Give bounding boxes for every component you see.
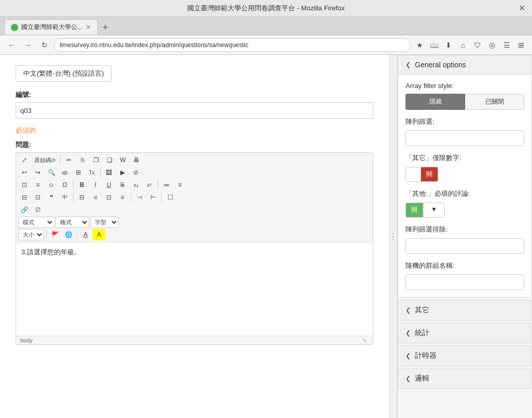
cke-flash-btn[interactable]: ▶ <box>116 167 129 178</box>
cke-bold-btn[interactable]: B <box>76 179 88 191</box>
array-filter-hidden-btn[interactable]: 隱藏 <box>405 94 465 110</box>
other-limit-on-btn[interactable] <box>406 167 421 181</box>
cke-strike-btn[interactable]: S <box>116 179 129 191</box>
cke-blockquote-btn[interactable]: ❝ <box>45 192 58 203</box>
cke-font-color-btn[interactable]: A <box>79 229 92 240</box>
cke-ul-btn[interactable]: ≡ <box>174 179 186 191</box>
random-group-input[interactable] <box>405 275 524 290</box>
general-options-header[interactable]: ❮ General options <box>398 55 532 75</box>
browser-tab-active[interactable]: 國立臺灣師範大學公... ✕ <box>4 19 98 35</box>
cke-align-justify-btn[interactable]: ≡ <box>116 192 129 203</box>
cke-align-right-btn[interactable]: ⊡ <box>103 192 115 203</box>
apps-icon[interactable]: ⊞ <box>514 38 528 52</box>
cke-find-btn[interactable]: 🔍 <box>45 167 58 178</box>
cke-statusbar-text: body <box>20 337 33 343</box>
cke-font-select[interactable]: 字型 <box>90 217 119 228</box>
right-panel: ❮ General options Array filter style: 隱藏… <box>397 55 532 418</box>
cke-maximize-btn[interactable]: ⤢ <box>18 154 31 166</box>
cke-ol-btn[interactable]: ≔ <box>160 179 173 191</box>
cke-select-all-btn[interactable]: ⊞ <box>72 167 85 178</box>
stats-label: 統計 <box>415 328 429 338</box>
cke-hline-btn[interactable]: ≡ <box>32 179 44 191</box>
cke-format-select[interactable]: 格式 <box>55 217 89 228</box>
pocket-icon[interactable]: ◎ <box>485 38 499 52</box>
array-filter-input[interactable] <box>405 131 524 146</box>
tab-close-button[interactable]: ✕ <box>86 23 91 31</box>
reload-button[interactable]: ↻ <box>37 38 52 52</box>
other-required-on-btn[interactable]: 開 <box>406 203 423 217</box>
cke-outdent-btn[interactable]: ⊟ <box>18 192 31 203</box>
random-group-label: 隨機的群組名稱: <box>405 261 524 270</box>
cke-print-btn[interactable]: 🖶 <box>130 154 143 166</box>
cke-paste-btn[interactable]: ❐ <box>90 154 102 166</box>
home-icon[interactable]: ⌂ <box>456 38 470 52</box>
cke-indent-btn[interactable]: ⊡ <box>32 192 44 203</box>
cke-undo-btn[interactable]: ↩ <box>18 167 31 178</box>
menu-icon[interactable]: ☰ <box>500 38 513 52</box>
reader-icon[interactable]: 📖 <box>427 38 441 52</box>
cke-sep3 <box>73 180 74 190</box>
cke-subscript-btn[interactable]: x₂ <box>130 179 142 191</box>
cke-globe-btn[interactable]: 🌐 <box>62 229 75 240</box>
download-icon[interactable]: ⬇ <box>442 38 455 52</box>
cke-italic-btn[interactable]: I <box>89 179 102 191</box>
cke-align-center-btn[interactable]: ≡ <box>89 192 102 203</box>
cke-content[interactable]: 3.請選擇您的年級。 <box>16 242 373 336</box>
cke-replace-btn[interactable]: ab <box>59 167 71 178</box>
cke-size-select[interactable]: 大小 <box>18 229 44 240</box>
cke-paste-word-btn[interactable]: W <box>117 154 129 166</box>
other-required-off-area[interactable]: ▼ <box>423 203 444 217</box>
cke-align-left-btn[interactable]: ⊟ <box>76 192 88 203</box>
stats-chevron: ❮ <box>405 329 411 337</box>
cke-source-btn[interactable]: 原始碼 ⟳ <box>32 154 58 166</box>
cke-paste-text-btn[interactable]: ❑ <box>103 154 116 166</box>
cke-image-btn[interactable]: 🖼 <box>103 167 115 178</box>
cke-underline-btn[interactable]: U <box>103 179 115 191</box>
bookmark-icon[interactable]: ★ <box>413 38 426 52</box>
browser-title: 國立臺灣師範大學公用問卷調查平台 - Mozilla Firefox <box>187 4 344 13</box>
other-limit-off-btn[interactable]: 關 <box>421 167 438 181</box>
cke-toolbar-row4: ⊟ ⊡ ❝ 中 ⊟ ≡ ⊡ ≡ ⊣ ⊢ <box>18 192 371 203</box>
cke-source-icon: ⟳ <box>51 157 55 163</box>
other-required-toggle: 開 ▼ <box>405 203 524 218</box>
cke-creatediv-btn[interactable]: 中 <box>59 192 71 203</box>
cke-smiley-btn[interactable]: ☺ <box>45 179 58 191</box>
new-tab-button[interactable]: + <box>98 20 113 35</box>
logic-section-header[interactable]: ❮ 邏輯 <box>398 368 532 389</box>
code-input[interactable] <box>16 102 373 119</box>
drag-handle[interactable]: ⋮ <box>389 55 397 418</box>
back-button[interactable]: ← <box>4 38 19 52</box>
cke-table-btn[interactable]: ⊡ <box>18 179 31 191</box>
cke-special-char-btn[interactable]: ⊘ <box>130 167 142 178</box>
cke-redo-btn[interactable]: ↪ <box>32 167 44 178</box>
browser-toolbar: ← → ↻ ★ 📖 ⬇ ⌂ 🛡 ◎ ☰ ⊞ <box>0 35 532 55</box>
cke-statusbar: body ⤡ <box>16 336 373 344</box>
cke-remove-format-btn[interactable]: Tx <box>86 167 98 178</box>
cke-special-char2-btn[interactable]: Ω <box>59 179 71 191</box>
timer-section-header[interactable]: ❮ 計時器 <box>398 345 532 366</box>
array-filter-style-label: Array filter style: <box>405 82 524 90</box>
url-bar[interactable] <box>54 38 411 52</box>
cke-superscript-btn[interactable]: x² <box>143 179 156 191</box>
cke-highlight-btn[interactable]: A <box>93 229 105 240</box>
cke-style-select[interactable]: 樣式 <box>18 217 54 228</box>
other-limit-toggle: 關 <box>405 167 524 182</box>
array-filter-exclude-input[interactable] <box>405 238 524 254</box>
cke-link-btn[interactable]: 🔗 <box>18 204 31 215</box>
cke-unlink-btn[interactable]: ∅ <box>32 204 44 215</box>
cke-cut-btn[interactable]: ✂ <box>63 154 75 166</box>
shield-icon[interactable]: 🛡 <box>471 38 484 52</box>
forward-button[interactable]: → <box>21 38 35 52</box>
array-filter-closed-btn[interactable]: 已關閉 <box>465 94 524 110</box>
stats-section-header[interactable]: ❮ 統計 <box>398 323 532 343</box>
cke-bidi-ltr-btn[interactable]: ⊣ <box>133 192 146 203</box>
other-limit-label: 「其它」僅限數字: <box>405 153 524 163</box>
cke-flag-btn[interactable]: 🚩 <box>49 229 61 240</box>
cke-resize-handle[interactable]: ⤡ <box>362 337 369 343</box>
cke-copy-btn[interactable]: ⎘ <box>76 154 89 166</box>
language-tab[interactable]: 中文(繁體-台灣) (預設語言) <box>16 65 111 82</box>
cke-show-blocks-btn[interactable]: ☐ <box>164 192 176 203</box>
cke-bidi-rtl-btn[interactable]: ⊢ <box>147 192 159 203</box>
browser-close-button[interactable]: ✕ <box>516 3 527 13</box>
other-section-header[interactable]: ❮ 其它 <box>398 300 532 321</box>
